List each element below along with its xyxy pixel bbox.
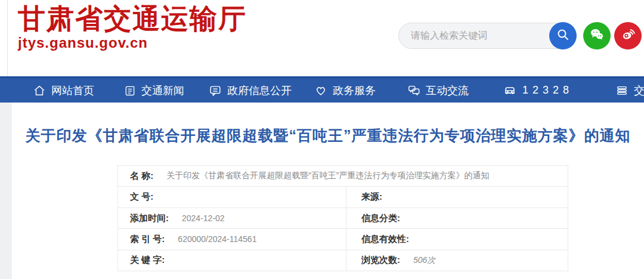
meta-views-value: 506次 [413, 255, 435, 266]
table-row: 名 称: 关于印发《甘肃省联合开展超限超载暨“百吨王”严重违法行为专项治理实施方… [118, 166, 568, 186]
meta-name-label: 名 称: [130, 170, 153, 182]
search-button[interactable] [549, 22, 577, 49]
meta-add-time-value: 2024-12-02 [182, 213, 225, 223]
weibo-icon [620, 26, 636, 45]
meta-category-cell: 信息分类: [346, 208, 568, 228]
meta-views-cell: 浏览次数: 506次 [346, 250, 568, 271]
nav-item-label: 互动交流 [426, 83, 469, 98]
nav-item-label: 网站首页 [51, 83, 94, 98]
meta-source-label: 来源: [361, 191, 382, 203]
meta-validity-cell: 信息有效性: [346, 229, 568, 249]
site-url: jtys.gansu.gov.cn [18, 35, 247, 51]
meta-keyword-cell: 关 键 字: [118, 250, 346, 271]
meta-keyword-label: 关 键 字: [130, 255, 165, 266]
meta-add-time-cell: 添加时间: 2024-12-02 [118, 208, 346, 228]
home-icon [33, 84, 46, 97]
layers-icon [615, 84, 628, 97]
site-logo[interactable]: 甘肃省交通运输厅 jtys.gansu.gov.cn [18, 4, 247, 51]
meta-add-time-label: 添加时间: [130, 213, 169, 224]
meta-index-no-value: 620000/2024-114561 [178, 234, 256, 244]
nav-item-label: 12328 [522, 84, 573, 97]
car-icon [503, 83, 517, 98]
nav-item-12328[interactable]: 12328 [503, 78, 573, 103]
article-meta-table: 名 称: 关于印发《甘肃省联合开展超限超载暨“百吨王”严重违法行为专项治理实施方… [117, 165, 568, 271]
chat-bubbles-icon [407, 84, 420, 97]
nav-item-label: 政务服务 [333, 83, 376, 98]
news-icon [124, 85, 136, 97]
meta-doc-no-label: 文 号: [130, 191, 153, 203]
wechat-icon [589, 26, 605, 45]
meta-source-cell: 来源: [346, 187, 568, 207]
nav-item-label: 交通新闻 [141, 83, 184, 98]
heart-icon [314, 84, 327, 97]
meta-name-value: 关于印发《甘肃省联合开展超限超载暨“百吨王”严重违法行为专项治理实施方案》的通知 [166, 170, 489, 181]
table-row: 添加时间: 2024-12-02 信息分类: [118, 207, 568, 228]
nav-item-culture[interactable]: 交通文 [615, 78, 644, 103]
search-input[interactable] [398, 23, 571, 49]
meta-index-no-cell: 索 引 号: 620000/2024-114561 [118, 229, 346, 249]
page-left-gutter [0, 103, 12, 279]
page: 甘肃省交通运输厅 jtys.gansu.gov.cn [0, 0, 644, 279]
table-row: 文 号: 来源: [118, 186, 568, 207]
meta-index-no-label: 索 引 号: [130, 234, 165, 245]
nav-item-home[interactable]: 网站首页 [33, 78, 94, 103]
nav-item-label: 交通文 [634, 83, 644, 98]
table-row: 关 键 字: 浏览次数: 506次 [118, 250, 568, 271]
site-name: 甘肃省交通运输厅 [18, 4, 247, 33]
main-nav: 网站首页 交通新闻 政府信息公开 [0, 76, 644, 103]
meta-name-cell: 名 称: 关于印发《甘肃省联合开展超限超载暨“百吨王”严重违法行为专项治理实施方… [118, 166, 568, 186]
weibo-button[interactable] [614, 22, 642, 49]
nav-item-gov-info[interactable]: 政府信息公开 [209, 78, 292, 103]
meta-validity-label: 信息有效性: [361, 234, 409, 245]
nav-item-interaction[interactable]: 互动交流 [407, 78, 469, 103]
header-edge-divider [7, 0, 8, 76]
info-bubble-icon [209, 84, 222, 97]
nav-item-label: 政府信息公开 [227, 83, 292, 98]
search-icon [556, 27, 570, 44]
meta-views-label: 浏览次数: [361, 255, 400, 266]
article-title: 关于印发《甘肃省联合开展超限超载暨“百吨王”严重违法行为专项治理实施方案》的通知 [12, 126, 644, 145]
meta-category-label: 信息分类: [361, 213, 400, 224]
nav-item-services[interactable]: 政务服务 [314, 78, 376, 103]
meta-doc-no-cell: 文 号: [118, 187, 346, 207]
nav-item-news[interactable]: 交通新闻 [124, 78, 184, 103]
search-box [398, 23, 571, 49]
table-row: 索 引 号: 620000/2024-114561 信息有效性: [118, 228, 568, 249]
site-header: 甘肃省交通运输厅 jtys.gansu.gov.cn [0, 0, 644, 76]
wechat-button[interactable] [583, 22, 611, 49]
